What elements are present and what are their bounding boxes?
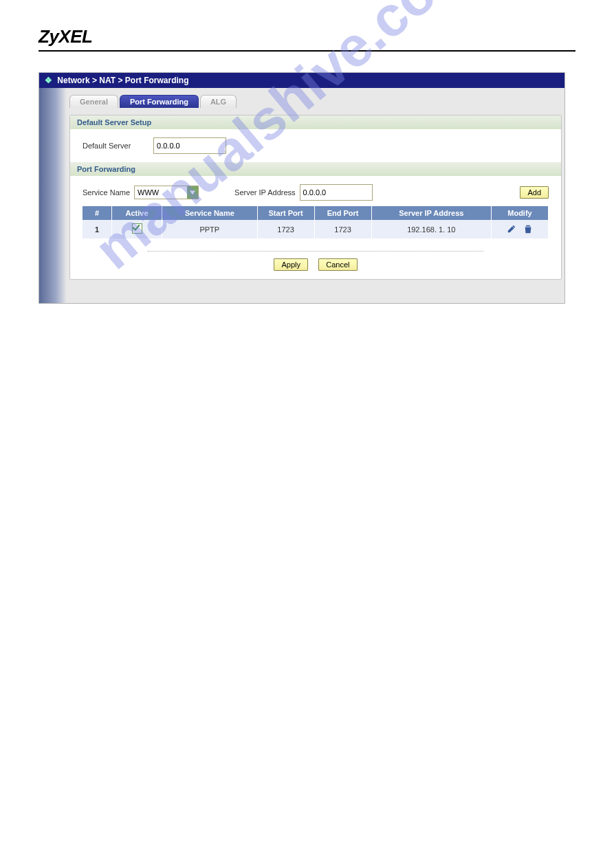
config-card: Default Server Setup Default Server Port… <box>69 115 562 280</box>
divider <box>39 50 575 52</box>
default-server-row: Default Server <box>70 129 561 162</box>
server-ip-label: Server IP Address <box>234 188 295 197</box>
breadcrumb: ❖ Network > NAT > Port Forwarding <box>39 73 564 88</box>
row-ip: 192.168. 1. 10 <box>371 220 491 238</box>
col-modify: Modify <box>492 206 549 220</box>
tab-general[interactable]: General <box>69 95 118 108</box>
delete-icon[interactable] <box>523 223 534 234</box>
row-num: 1 <box>95 225 99 234</box>
service-name-value[interactable] <box>135 187 187 198</box>
config-panel: ❖ Network > NAT > Port Forwarding Genera… <box>39 72 565 304</box>
breadcrumb-bullet-icon: ❖ <box>45 76 52 85</box>
breadcrumb-text: Network > NAT > Port Forwarding <box>57 76 188 85</box>
col-service: Service Name <box>162 206 258 220</box>
service-name-select[interactable] <box>134 186 199 199</box>
cancel-button[interactable]: Cancel <box>318 258 357 271</box>
section-default-server-heading: Default Server Setup <box>70 115 561 129</box>
dotted-divider <box>148 251 483 252</box>
table-row: 1 PPTP 1723 1723 192.168. 1. 10 <box>83 220 549 238</box>
col-start: Start Port <box>257 206 314 220</box>
row-service: PPTP <box>162 220 258 238</box>
tab-bar: General Port Forwarding ALG <box>69 95 564 108</box>
server-ip-input[interactable] <box>300 184 373 201</box>
add-rule-row: Service Name Server IP Address Add <box>83 184 549 201</box>
chevron-down-icon[interactable] <box>187 186 198 199</box>
col-active: Active <box>112 206 162 220</box>
col-ip: Server IP Address <box>371 206 491 220</box>
row-start: 1723 <box>257 220 314 238</box>
section-port-forwarding-heading: Port Forwarding <box>70 162 561 176</box>
col-num: # <box>83 206 112 220</box>
apply-button[interactable]: Apply <box>274 258 308 271</box>
default-server-label: Default Server <box>83 142 151 150</box>
edit-icon[interactable] <box>506 223 517 234</box>
default-server-input[interactable] <box>153 137 226 154</box>
col-end: End Port <box>314 206 371 220</box>
side-gradient <box>39 88 67 303</box>
active-checkbox[interactable] <box>132 223 142 234</box>
add-button[interactable]: Add <box>520 186 549 199</box>
tab-alg[interactable]: ALG <box>200 95 237 108</box>
brand-logo: ZyXEL <box>39 26 614 47</box>
forwarding-table: # Active Service Name Start Port End Por… <box>83 206 549 238</box>
row-end: 1723 <box>314 220 371 238</box>
service-name-label: Service Name <box>83 188 130 197</box>
tab-port-forwarding[interactable]: Port Forwarding <box>120 95 199 108</box>
